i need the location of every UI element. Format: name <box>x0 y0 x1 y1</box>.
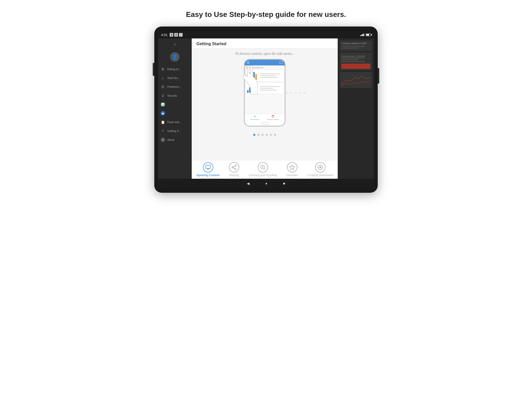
phone-nav-recent: ⏰ Recently Opened <box>267 115 279 120</box>
phone-nav-favorites: ★ My Favorites <box>250 115 259 120</box>
rp-amount-text: Gross Amount: 1,369,290 <box>341 55 370 57</box>
sidebar-item-analytics[interactable]: 📊 <box>158 100 192 109</box>
phone-card-text-1 <box>260 73 282 78</box>
opening-content-icon <box>203 162 213 172</box>
right-panel: Currency values in EUR Gross Amount: 1,3… <box>338 38 374 179</box>
tablet-screen: 4:51 ⚙ A ↓ <box>158 31 374 188</box>
main-area: ‹ 👤 ⚙ Debug dr... ⌂ Start Scr... ☰ Prefe… <box>158 38 374 179</box>
dot-5[interactable] <box>270 134 272 136</box>
sidebar-item-network[interactable]: ◉ <box>158 109 192 118</box>
clipboard-icon: 📋 <box>161 120 165 124</box>
rp-line-2 <box>341 48 359 49</box>
bottom-nav-opening-content[interactable]: Opening Content <box>193 161 223 178</box>
avatar: 👤 <box>170 52 179 62</box>
info-icon: ℹ <box>161 137 165 142</box>
status-left: 4:51 ⚙ A ↓ <box>161 33 183 37</box>
rp-red-bar <box>341 64 370 69</box>
rp-line-5 <box>341 61 365 62</box>
network-icon: ◉ <box>161 111 165 116</box>
bottom-nav-creating-dashboard[interactable]: Creating Dashboard <box>304 161 336 178</box>
sidebar-item-start[interactable]: ⌂ Start Scr... <box>158 74 192 82</box>
sidebar: ‹ 👤 ⚙ Debug dr... ⌂ Start Scr... ☰ Prefe… <box>158 38 192 179</box>
gs-subtitle: To browse content, open the side menu... <box>235 52 294 56</box>
bottom-nav-label: Zooming and Scrolling <box>249 174 277 177</box>
sidebar-item-security[interactable]: ⚷ Security <box>158 91 192 100</box>
dot-6[interactable] <box>274 134 276 136</box>
status-bar: 4:51 ⚙ A ↓ <box>158 31 374 38</box>
svg-point-4 <box>235 168 236 170</box>
phone-card-text-2 <box>260 86 282 91</box>
page-title-regular: Step-by-step guide for new users. <box>227 10 346 18</box>
bottom-nav-favorites[interactable]: Favorites <box>283 161 301 178</box>
android-navigation: ◀ ● ■ <box>158 179 374 188</box>
status-right <box>360 34 371 36</box>
svg-point-3 <box>232 167 234 168</box>
pagination-dots <box>253 132 276 137</box>
bottom-nav-label: Creating Dashboard <box>308 174 333 177</box>
svg-rect-0 <box>205 165 210 169</box>
sidebar-back-button[interactable]: ‹ <box>158 41 192 48</box>
signal-icon <box>360 34 364 36</box>
android-recents-button[interactable]: ■ <box>283 181 285 185</box>
rp-card-currency: Currency values in EUR <box>340 41 372 51</box>
sidebar-item-label: Start Scr... <box>167 76 180 79</box>
download-icon: ↓ <box>179 33 183 37</box>
sharing-icon <box>229 162 239 172</box>
android-home-button[interactable]: ● <box>265 181 267 185</box>
sidebar-item-getting-started[interactable]: ? Getting S... <box>158 127 192 135</box>
list-icon: ☰ <box>161 84 165 89</box>
svg-line-5 <box>233 168 235 169</box>
key-icon: ⚷ <box>161 93 165 98</box>
sidebar-item-label: Security <box>167 94 177 97</box>
gs-body: To browse content, open the side menu... <box>192 49 338 160</box>
bottom-nav-zooming[interactable]: Zooming and Scrolling <box>245 161 280 178</box>
notification-icon: A <box>174 33 178 37</box>
rp-chart <box>341 74 370 87</box>
gear-icon: ⚙ <box>170 33 173 37</box>
sidebar-item-label: Paste link... <box>167 121 181 124</box>
zooming-icon <box>258 162 268 172</box>
sidebar-item-label: Debug dr... <box>167 68 181 71</box>
bottom-nav-label: Opening Content <box>196 174 220 177</box>
bottom-nav-sharing[interactable]: Sharing <box>226 161 242 178</box>
gear-icon: ⚙ <box>161 67 165 71</box>
android-back-button[interactable]: ◀ <box>247 181 250 185</box>
rp-line-4 <box>341 59 359 60</box>
sidebar-item-about[interactable]: ℹ About <box>158 135 192 144</box>
phone-fav-label: My Favorites <box>250 119 259 120</box>
dot-1[interactable] <box>253 134 255 136</box>
getting-started-panel: Getting Started To browse content, open … <box>192 38 338 179</box>
phone-recent-icon: ⏰ <box>271 115 274 118</box>
favorites-icon <box>287 162 297 172</box>
svg-point-2 <box>235 165 236 167</box>
sidebar-item-label: About <box>167 138 174 141</box>
tablet-frame: 4:51 ⚙ A ↓ <box>154 26 378 193</box>
dot-2[interactable] <box>257 134 260 136</box>
rp-card-title: Currency values in EUR <box>341 42 370 45</box>
svg-line-8 <box>264 168 265 169</box>
phone-illustration: ☰ ★ MY FAVORITES <box>239 59 291 132</box>
dot-3[interactable] <box>262 134 264 136</box>
status-time: 4:51 <box>161 33 168 37</box>
status-icons: ⚙ A ↓ <box>170 33 183 37</box>
bottom-navigation: Opening Content <box>192 160 338 179</box>
rp-line-3 <box>341 57 365 58</box>
dot-4[interactable] <box>266 134 268 136</box>
hamburger-icon: ☰ <box>247 61 250 64</box>
sidebar-item-debug[interactable]: ⚙ Debug dr... <box>158 65 192 74</box>
battery-icon <box>366 34 371 36</box>
sidebar-item-paste[interactable]: 📋 Paste link... <box>158 118 192 127</box>
gs-title: Getting Started <box>196 42 333 46</box>
home-icon: ⌂ <box>161 76 165 80</box>
sidebar-item-label: Getting S... <box>167 129 181 132</box>
svg-line-6 <box>233 166 235 167</box>
rp-card-amount: Gross Amount: 1,369,290 <box>340 52 372 70</box>
svg-marker-11 <box>290 165 295 169</box>
page-heading: Easy to Use Step-by-step guide for new u… <box>186 10 346 19</box>
sidebar-item-preferences[interactable]: ☰ Preferenc... <box>158 82 192 91</box>
phone-fav-icon: ★ <box>253 115 256 118</box>
rp-card-chart <box>340 72 372 88</box>
rp-line-1 <box>341 46 365 47</box>
phone-home-button <box>261 122 269 125</box>
dashed-line: - - - - - <box>286 90 306 96</box>
